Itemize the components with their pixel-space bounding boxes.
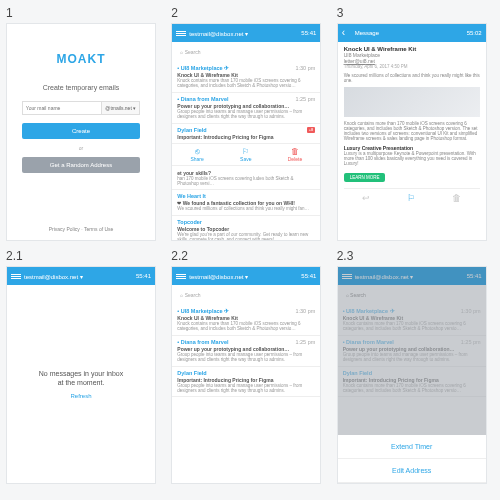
panel-label: 1 — [6, 6, 163, 20]
hero-image — [344, 87, 480, 117]
message-body: Knock UI & Wireframe Kit UI8 Marketplace… — [338, 42, 486, 207]
refresh-link[interactable]: Refresh — [70, 393, 91, 399]
trash-icon: 🗑 — [288, 147, 302, 156]
menu-icon[interactable] — [11, 274, 21, 279]
trash-icon[interactable]: 🗑 — [452, 193, 461, 203]
save-button[interactable]: ⚐Save — [240, 147, 251, 162]
create-button[interactable]: Create — [22, 123, 140, 139]
screen-inbox-plain: testmail@disbox.net ▾ 55:41 ⌕ Search • U… — [171, 266, 321, 484]
bookmark-icon[interactable]: ⚐ — [407, 193, 415, 203]
timer: 55:02 — [467, 30, 482, 36]
footer-links: Privacy Policy · Terms of Use — [7, 226, 155, 232]
panel-label: 2 — [171, 6, 328, 20]
mail-item[interactable]: • Diana from Marvel1:25 pmPower up your … — [172, 336, 320, 367]
timer: 55:41 — [301, 273, 316, 279]
or-divider: or — [79, 145, 83, 151]
learn-more-button[interactable]: LEARN MORE — [344, 173, 386, 182]
tagline: Create temporary emails — [43, 84, 120, 91]
screen-action-sheet: testmail@disbox.net ▾ 55:41 ⌕ Search • U… — [337, 266, 487, 484]
screen-message: Message 55:02 Knock UI & Wireframe Kit U… — [337, 23, 487, 241]
mail-item[interactable]: • UI8 Marketplace ✈1:30 pmKnock UI & Wir… — [172, 62, 320, 93]
action-sheet: Extend Timer Edit Address — [338, 435, 486, 483]
timer: 55:41 — [136, 273, 151, 279]
mail-item[interactable]: Dylan FieldImportant: Introducing Pricin… — [172, 367, 320, 398]
panel-label: 2.1 — [6, 249, 163, 263]
edit-address-button[interactable]: Edit Address — [338, 459, 486, 483]
terms-link[interactable]: Terms of Use — [84, 226, 113, 232]
app-logo: MOAKT — [57, 52, 106, 66]
inbox-list: • UI8 Marketplace ✈1:30 pmKnock UI & Wir… — [172, 62, 320, 241]
menu-icon[interactable] — [176, 274, 186, 279]
mail-name-input[interactable] — [22, 101, 103, 115]
mail-item[interactable]: • Diana from Marvel1:25 pmPower up your … — [172, 93, 320, 124]
panel-label: 3 — [337, 6, 494, 20]
message-date: Thursday, April 6, 2017 4:50 PM — [344, 64, 480, 69]
panel-label: 2.3 — [337, 249, 494, 263]
screen-empty: testmail@disbox.net ▾ 55:41 No messages … — [6, 266, 156, 484]
inbox-list: • UI8 Marketplace ✈1:30 pmKnock UI & Wir… — [172, 305, 320, 397]
share-button[interactable]: ⎋Share — [190, 147, 203, 162]
screen-inbox: testmail@disbox.net ▾ 55:41 ⌕ Search • U… — [171, 23, 321, 241]
app-header: testmail@disbox.net ▾ 55:41 — [7, 267, 155, 285]
timer: 55:41 — [301, 30, 316, 36]
empty-text: No messages in your inbox at the moment. — [39, 369, 123, 387]
flag-badge: +8 — [307, 127, 316, 133]
delete-button[interactable]: 🗑Delete — [288, 147, 302, 162]
back-icon[interactable] — [342, 29, 352, 37]
mail-item[interactable]: Dylan Field+8Important: Introducing Pric… — [172, 124, 320, 144]
privacy-link[interactable]: Privacy Policy — [49, 226, 80, 232]
extend-timer-button[interactable]: Extend Timer — [338, 435, 486, 459]
empty-state: No messages in your inbox at the moment.… — [7, 285, 155, 483]
domain-select[interactable]: @tmails.net ▾ — [102, 101, 140, 115]
screen-create: MOAKT Create temporary emails @tmails.ne… — [6, 23, 156, 241]
mail-item[interactable]: TopcoderWelcome to TopcoderWe're glad yo… — [172, 216, 320, 241]
mail-item[interactable]: • UI8 Marketplace ✈1:30 pmKnock UI & Wir… — [172, 305, 320, 336]
panel-label: 2.2 — [171, 249, 328, 263]
mail-item[interactable]: We Heart It❤ We found a fantastic collec… — [172, 190, 320, 215]
swipe-actions: ⎋Share ⚐Save 🗑Delete — [172, 144, 320, 166]
random-address-button[interactable]: Get a Random Address — [22, 157, 140, 173]
share-icon: ⎋ — [190, 147, 203, 156]
header-email[interactable]: testmail@disbox.net ▾ — [189, 30, 248, 37]
email-input-row: @tmails.net ▾ — [22, 101, 140, 115]
message-actions: ↩ ⚐ 🗑 — [344, 188, 480, 203]
search-input[interactable]: ⌕ Search — [176, 289, 316, 301]
app-header: Message 55:02 — [338, 24, 486, 42]
header-title: Message — [355, 30, 379, 36]
app-header: testmail@disbox.net ▾ 55:41 — [172, 267, 320, 285]
app-header: testmail@disbox.net ▾ 55:41 — [172, 24, 320, 42]
reply-icon[interactable]: ↩ — [362, 193, 370, 203]
bookmark-icon: ⚐ — [240, 147, 251, 156]
menu-icon[interactable] — [176, 31, 186, 36]
search-input[interactable]: ⌕ Search — [176, 46, 316, 58]
mail-item[interactable]: et your skills?han 170 mobile iOS screen… — [172, 166, 320, 191]
